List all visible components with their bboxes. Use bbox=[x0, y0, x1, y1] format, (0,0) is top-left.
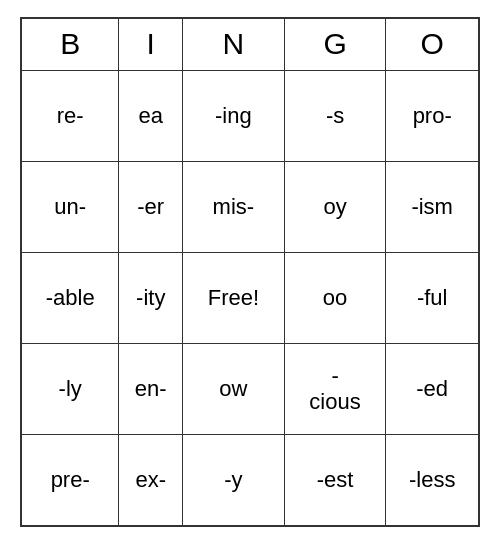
cell-2-2: Free! bbox=[183, 252, 285, 343]
cell-4-2: -y bbox=[183, 435, 285, 526]
cell-4-1: ex- bbox=[119, 435, 183, 526]
cell-2-4: -ful bbox=[386, 252, 479, 343]
cell-4-4: -less bbox=[386, 435, 479, 526]
cell-4-3: -est bbox=[284, 435, 386, 526]
row-1: un--ermis-oy-ism bbox=[21, 161, 479, 252]
header-col-i: I bbox=[119, 18, 183, 70]
cell-0-1: ea bbox=[119, 70, 183, 161]
header-col-o: O bbox=[386, 18, 479, 70]
cell-0-3: -s bbox=[284, 70, 386, 161]
cell-2-0: -able bbox=[21, 252, 119, 343]
row-3: -lyen-ow-cious-ed bbox=[21, 344, 479, 435]
header-col-n: N bbox=[183, 18, 285, 70]
cell-2-1: -ity bbox=[119, 252, 183, 343]
cell-0-0: re- bbox=[21, 70, 119, 161]
row-2: -able-ityFree!oo-ful bbox=[21, 252, 479, 343]
cell-3-4: -ed bbox=[386, 344, 479, 435]
cell-0-4: pro- bbox=[386, 70, 479, 161]
header-col-g: G bbox=[284, 18, 386, 70]
cell-4-0: pre- bbox=[21, 435, 119, 526]
row-0: re-ea-ing-spro- bbox=[21, 70, 479, 161]
cell-1-1: -er bbox=[119, 161, 183, 252]
row-4: pre-ex--y-est-less bbox=[21, 435, 479, 526]
header-row: BINGO bbox=[21, 18, 479, 70]
cell-1-4: -ism bbox=[386, 161, 479, 252]
cell-3-0: -ly bbox=[21, 344, 119, 435]
cell-3-2: ow bbox=[183, 344, 285, 435]
cell-0-2: -ing bbox=[183, 70, 285, 161]
cell-2-3: oo bbox=[284, 252, 386, 343]
cell-3-3: -cious bbox=[284, 344, 386, 435]
bingo-card: BINGO re-ea-ing-spro-un--ermis-oy-ism-ab… bbox=[20, 17, 480, 527]
header-col-b: B bbox=[21, 18, 119, 70]
cell-1-3: oy bbox=[284, 161, 386, 252]
bingo-table: BINGO re-ea-ing-spro-un--ermis-oy-ism-ab… bbox=[20, 17, 480, 527]
cell-1-0: un- bbox=[21, 161, 119, 252]
cell-1-2: mis- bbox=[183, 161, 285, 252]
cell-3-1: en- bbox=[119, 344, 183, 435]
